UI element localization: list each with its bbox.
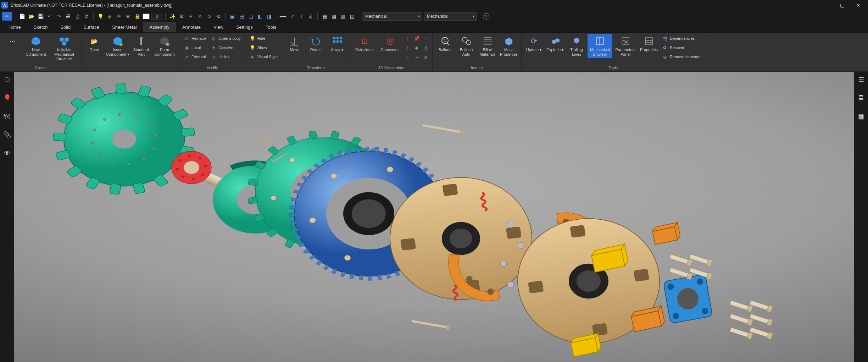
help-icon[interactable]: ?: [483, 13, 489, 20]
coincident-button[interactable]: ⊡Coincident: [352, 34, 377, 54]
visibility-icon[interactable]: 👁: [115, 12, 123, 20]
attach-icon[interactable]: 📎: [2, 130, 12, 140]
cube-icon-5[interactable]: ◨: [265, 12, 273, 20]
constraint-path-icon[interactable]: ↝: [412, 53, 421, 61]
grid-icon-4[interactable]: ▨: [348, 12, 356, 20]
freeze-icon[interactable]: ❄: [124, 12, 132, 20]
properties-button[interactable]: Properties: [639, 34, 659, 54]
hide-button[interactable]: 💡Hide: [247, 34, 280, 43]
workspace-dropdown-1[interactable]: Mechanical: [362, 12, 422, 21]
tool-icon-1[interactable]: ⚙: [178, 12, 185, 20]
rotate-button[interactable]: Rotate: [306, 34, 326, 54]
remove-struct-button[interactable]: ⊘Remove structure: [660, 53, 703, 61]
tab-surface[interactable]: Surface: [77, 22, 106, 32]
dimension-icon-3[interactable]: ⟂: [297, 12, 305, 20]
constraint-angle-icon[interactable]: ∡: [422, 43, 430, 52]
dependencies-button[interactable]: ⇶Dependencies: [660, 34, 703, 43]
local-button[interactable]: ◉Local: [182, 43, 208, 52]
constraint-radius-icon[interactable]: ⌀: [422, 53, 430, 61]
layer-number-field[interactable]: 0: [151, 13, 162, 20]
open-button[interactable]: 📂Open: [84, 34, 105, 54]
explode-button[interactable]: Explode ▾: [545, 34, 566, 54]
tab-sketch[interactable]: Sketch: [27, 22, 54, 32]
color-swatch[interactable]: [143, 13, 150, 19]
array-button[interactable]: Array ▾: [327, 34, 347, 54]
cube-icon-1[interactable]: ▣: [228, 12, 236, 20]
tab-sheet-metal[interactable]: Sheet Metal: [106, 22, 143, 32]
trailing-lines-button[interactable]: Trailing Lines: [566, 34, 587, 58]
dimension-icon-2[interactable]: ⤢: [288, 12, 296, 20]
dimension-icon-4[interactable]: ∡: [307, 12, 315, 20]
stack-icon[interactable]: ≣: [856, 93, 866, 103]
constraint-rigid-icon[interactable]: ◆: [412, 43, 421, 52]
open-copy-button[interactable]: ⎘Open a copy: [208, 34, 243, 43]
balloon-button[interactable]: 1Balloon: [435, 34, 455, 54]
magic-wand-icon[interactable]: ✨: [168, 12, 176, 20]
undo-icon[interactable]: ↶: [46, 12, 54, 20]
mechanical-browser-button[interactable]: Mechanical Browser: [588, 34, 612, 58]
dimension-icon-1[interactable]: ⟷: [279, 12, 287, 20]
save-icon[interactable]: 💾: [37, 12, 44, 20]
maximize-button[interactable]: ▢: [834, 0, 850, 11]
constraint-distance-icon[interactable]: ↔: [422, 34, 430, 43]
cube-icon-3[interactable]: ◫: [247, 12, 255, 20]
hide-tool-icon[interactable]: 👁: [2, 148, 12, 158]
concentric-button[interactable]: ◎Concentric: [378, 34, 402, 54]
grid-icon-2[interactable]: ▩: [330, 12, 338, 20]
replace-button[interactable]: ⇄Replace: [182, 34, 208, 43]
constraint-tangent-icon[interactable]: ⊥: [403, 43, 412, 52]
bom-button[interactable]: Bill of Materials: [477, 34, 498, 58]
mass-props-button[interactable]: Mass Properties: [499, 34, 519, 58]
table-icon[interactable]: ▦: [856, 111, 866, 121]
cube-view-icon[interactable]: ⬡: [2, 75, 12, 84]
grid-icon-3[interactable]: ▧: [339, 12, 347, 20]
tool-icon-4[interactable]: ↻: [205, 12, 213, 20]
tab-home[interactable]: Home: [2, 22, 27, 32]
layers-panel-icon[interactable]: ☰: [856, 75, 866, 84]
update-button[interactable]: ⟳Update ▾: [524, 34, 544, 54]
tool-icon-3[interactable]: ✕: [196, 12, 204, 20]
recover-button[interactable]: ♻Recover: [660, 43, 703, 52]
print-icon[interactable]: 🖶: [64, 12, 72, 20]
tab-tools[interactable]: Tools: [259, 22, 283, 32]
move-button[interactable]: Move: [284, 34, 305, 54]
lock-icon[interactable]: 🔒: [133, 12, 141, 20]
workspace-dropdown-2[interactable]: Mechanical: [424, 12, 477, 21]
tab-assembly[interactable]: Assembly: [143, 22, 176, 32]
new-component-button[interactable]: New Component: [23, 34, 48, 58]
minimize-button[interactable]: —: [818, 0, 834, 11]
cube-icon-2[interactable]: ▤: [238, 12, 245, 20]
constraint-fix-icon[interactable]: 📌: [412, 34, 421, 43]
constraint-perpendicular-icon[interactable]: ⟂: [403, 53, 412, 61]
balloon-auto-button[interactable]: Balloon Auto: [456, 34, 477, 58]
close-button[interactable]: ✕: [850, 0, 867, 11]
show-button[interactable]: 💡Show: [247, 43, 280, 52]
unlink-button[interactable]: ⤫Unlink: [208, 53, 243, 61]
parameters-panel-button[interactable]: f(x)Parameters Panel: [613, 34, 638, 58]
redo-icon[interactable]: ↷: [55, 12, 63, 20]
form-component-button[interactable]: +Form Component: [152, 34, 177, 58]
fx-tool-icon[interactable]: f(x): [2, 111, 12, 121]
open-file-icon[interactable]: 📂: [27, 12, 35, 20]
cube-icon-4[interactable]: ◧: [256, 12, 264, 20]
lightbulb-icon[interactable]: 💡: [96, 12, 104, 20]
tab-view[interactable]: View: [207, 22, 230, 32]
balloon-tool-icon[interactable]: 🎈: [2, 93, 12, 103]
init-mechanical-button[interactable]: Initialize Mechanical Structure: [49, 34, 79, 63]
publish-icon[interactable]: 🗎: [83, 12, 90, 20]
dissolve-button[interactable]: ✦Dissolve: [208, 43, 243, 52]
viewport-canvas[interactable]: [14, 72, 854, 362]
constraint-parallel-icon[interactable]: ∥: [403, 34, 412, 43]
print-preview-icon[interactable]: 🖨: [73, 12, 81, 20]
app-menu-button[interactable]: ᠁: [2, 12, 12, 21]
layer-icon[interactable]: ◈: [106, 12, 113, 20]
ribbon-expand-button[interactable]: ⋯: [705, 33, 714, 71]
insert-component-button[interactable]: +Insert Component ▾: [105, 34, 130, 58]
tab-solid[interactable]: Solid: [54, 22, 77, 32]
standard-part-button[interactable]: Standard Part: [131, 34, 151, 58]
visual-style-button[interactable]: ●Visual Style: [247, 53, 280, 61]
external-button[interactable]: ↗External: [182, 53, 208, 61]
tool-icon-2[interactable]: ✦: [187, 12, 195, 20]
tab-annotate[interactable]: Annotate: [176, 22, 207, 32]
new-file-icon[interactable]: 📄: [18, 12, 26, 20]
